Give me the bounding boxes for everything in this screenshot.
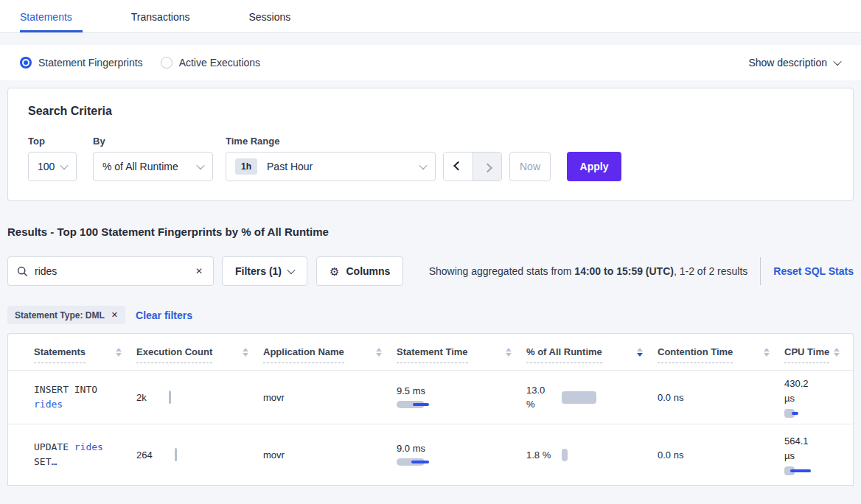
- chevron-down-icon: [287, 266, 295, 274]
- sort-icon[interactable]: [501, 346, 516, 358]
- tab-statements[interactable]: Statements: [20, 2, 83, 32]
- clear-search-icon[interactable]: ✕: [194, 265, 204, 278]
- top-label: Top: [28, 136, 77, 147]
- tabbar: Statements Transactions Sessions: [0, 0, 861, 33]
- radio-label: Statement Fingerprints: [38, 57, 143, 69]
- sort-icon[interactable]: [111, 346, 126, 358]
- column-header-statements[interactable]: Statements: [34, 346, 136, 358]
- column-header-cpu-time[interactable]: CPU Time: [784, 346, 853, 358]
- column-header-label: Statement Time: [397, 346, 468, 363]
- cell-contention-time: 0.0 ns: [658, 449, 784, 461]
- sort-icon[interactable]: [829, 346, 844, 358]
- top-select[interactable]: 100: [28, 152, 77, 181]
- sort-icon[interactable]: [632, 346, 647, 358]
- prev-time-window-button[interactable]: [444, 153, 473, 181]
- radio-statement-fingerprints[interactable]: Statement Fingerprints: [20, 57, 143, 69]
- time-range-badge: 1h: [235, 158, 257, 175]
- cpu-time-bar: [784, 466, 811, 475]
- sort-icon[interactable]: [372, 346, 386, 358]
- search-input[interactable]: [35, 265, 194, 277]
- chevron-down-icon: [60, 161, 68, 169]
- cell-statement: INSERT INTOrides: [34, 382, 136, 412]
- runtime-metric: 13.0 %: [526, 383, 650, 411]
- sort-asc-arrow-icon: [637, 348, 643, 351]
- radio-active-executions[interactable]: Active Executions: [161, 57, 261, 69]
- columns-button[interactable]: ⚙ Columns: [316, 256, 403, 286]
- sort-asc-arrow-icon: [116, 348, 122, 351]
- statement-time-bar-fill: [411, 461, 429, 463]
- time-range-select[interactable]: 1h Past Hour: [226, 152, 436, 181]
- sort-desc-arrow-icon: [506, 353, 512, 357]
- tab-transactions[interactable]: Transactions: [131, 2, 201, 32]
- column-header-statement-time[interactable]: Statement Time: [397, 346, 526, 358]
- statement-text: INSERT INTO: [34, 384, 97, 395]
- statement-time-value: 9.5 ms: [397, 385, 519, 396]
- top-field: Top 100: [28, 136, 77, 181]
- statement-fingerprint[interactable]: INSERT INTOrides: [34, 382, 129, 412]
- column-header-label: % of All Runtime: [526, 346, 602, 363]
- column-header-contention-time[interactable]: Contention Time: [658, 346, 784, 358]
- filter-chip-statement-type[interactable]: Statement Type: DML ✕: [7, 306, 125, 324]
- next-time-window-button[interactable]: [473, 153, 501, 181]
- chevron-down-icon: [196, 161, 204, 169]
- clear-filters-link[interactable]: Clear filters: [136, 309, 192, 321]
- cell-runtime: 13.0 %: [526, 383, 658, 411]
- cell-statement-time: 9.5 ms: [397, 385, 526, 409]
- divider: [760, 257, 761, 285]
- sort-icon[interactable]: [759, 346, 774, 358]
- apply-button[interactable]: Apply: [567, 152, 621, 181]
- filters-button-label: Filters (1): [235, 265, 282, 277]
- statement-time-bar: [397, 458, 429, 466]
- time-range-field: Time Range 1h Past Hour: [226, 136, 436, 181]
- column-header-execution-count[interactable]: Execution Count: [136, 346, 263, 358]
- sort-desc-arrow-icon: [376, 353, 382, 357]
- by-field: By % of All Runtime: [93, 136, 213, 181]
- search-criteria-card: Search Criteria Top 100 By % of All Runt…: [7, 88, 854, 201]
- show-description-label: Show description: [748, 57, 827, 69]
- top-select-value: 100: [38, 161, 55, 172]
- statement-fingerprint[interactable]: UPDATE ridesSET…: [34, 440, 129, 469]
- execution-count-value: 2k: [136, 392, 147, 403]
- filters-button[interactable]: Filters (1): [222, 256, 307, 286]
- runtime-bar: [562, 391, 596, 404]
- now-button[interactable]: Now: [509, 152, 551, 181]
- execution-count-value: 264: [136, 449, 153, 461]
- filter-chip-label: Statement Type: DML: [15, 310, 105, 321]
- table-body: INSERT INTOrides2kmovr9.5 ms13.0 %0.0 ns…: [8, 371, 853, 486]
- sql-activity-page: Statements Transactions Sessions Stateme…: [0, 0, 861, 486]
- contention-time-value: 0.0 ns: [658, 449, 683, 461]
- showing-prefix: Showing aggregated stats from: [429, 265, 575, 277]
- radio-selected-icon: [20, 57, 32, 69]
- results-toolbar: ✕ Filters (1) ⚙ Columns Showing aggregat…: [7, 256, 854, 286]
- showing-time-range: 14:00 to 15:59 (UTC): [574, 265, 674, 277]
- by-select[interactable]: % of All Runtime: [93, 152, 213, 181]
- time-window-arrows: [443, 152, 502, 181]
- radio-unselected-icon: [161, 57, 172, 69]
- by-select-value: % of All Runtime: [102, 161, 178, 172]
- show-description-toggle[interactable]: Show description: [748, 57, 840, 69]
- search-criteria-title: Search Criteria: [28, 105, 833, 118]
- cell-statement-time: 9.0 ms: [397, 443, 526, 466]
- sort-desc-arrow-icon: [834, 353, 840, 357]
- sort-asc-arrow-icon: [376, 348, 382, 351]
- cell-execution-count: 264: [136, 448, 263, 461]
- column-header-label: CPU Time: [784, 346, 829, 363]
- column-header-of-all-runtime[interactable]: % of All Runtime: [526, 346, 658, 358]
- cell-contention-time: 0.0 ns: [658, 392, 784, 403]
- columns-button-label: Columns: [346, 265, 390, 277]
- statement-time-value: 9.0 ms: [397, 443, 519, 454]
- cell-runtime: 1.8 %: [526, 448, 658, 462]
- statement-search-box: ✕: [7, 256, 214, 286]
- statement-link[interactable]: rides: [74, 441, 103, 452]
- remove-filter-icon[interactable]: ✕: [111, 310, 118, 320]
- chevron-down-icon: [419, 161, 427, 169]
- radio-label: Active Executions: [179, 57, 261, 69]
- statement-link[interactable]: rides: [34, 399, 63, 410]
- sort-icon[interactable]: [238, 346, 253, 358]
- tab-sessions[interactable]: Sessions: [248, 2, 301, 32]
- statement-text: UPDATE: [34, 441, 74, 452]
- results-heading: Results - Top 100 Statement Fingerprints…: [7, 225, 854, 238]
- column-header-application-name[interactable]: Application Name: [263, 346, 397, 358]
- runtime-value: 1.8 %: [526, 448, 554, 462]
- reset-sql-stats-link[interactable]: Reset SQL Stats: [773, 265, 854, 277]
